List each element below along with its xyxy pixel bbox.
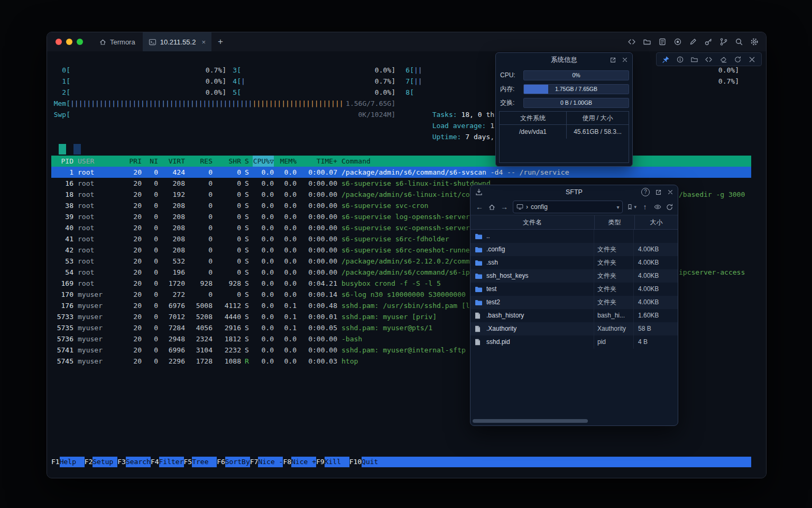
settings-icon[interactable] bbox=[750, 38, 759, 46]
header-user[interactable]: USER bbox=[78, 156, 120, 167]
close-icon[interactable] bbox=[622, 57, 628, 63]
header-time[interactable]: TIME+ bbox=[297, 156, 337, 167]
close-icon[interactable] bbox=[667, 189, 673, 195]
process-command: s6-supervise svc-cron bbox=[342, 200, 428, 211]
meter-percent: 0.7%] bbox=[206, 65, 226, 76]
file-row[interactable]: test 文件夹 4.00KB bbox=[470, 283, 678, 296]
refresh-icon[interactable] bbox=[666, 203, 673, 211]
file-type-icon bbox=[475, 246, 483, 253]
code-icon[interactable] bbox=[628, 38, 636, 46]
back-icon[interactable]: ← bbox=[475, 203, 484, 211]
header-res[interactable]: RES bbox=[186, 156, 213, 167]
new-tab-button[interactable]: + bbox=[211, 37, 229, 47]
file-name-cell: .config bbox=[470, 243, 594, 256]
eraser-icon[interactable] bbox=[719, 56, 727, 64]
column-size[interactable]: 大小 bbox=[635, 215, 678, 229]
function-key[interactable]: F8Nice + bbox=[283, 457, 316, 467]
filesystem-table-header: 文件系统 使用 / 大小 bbox=[500, 112, 629, 125]
process-res: 928 bbox=[186, 278, 213, 289]
htop-view-tab[interactable] bbox=[73, 144, 81, 155]
forward-icon[interactable]: → bbox=[500, 203, 509, 211]
help-icon[interactable]: ? bbox=[641, 188, 650, 196]
close-window-button[interactable] bbox=[56, 39, 62, 45]
minimize-window-button[interactable] bbox=[66, 39, 72, 45]
htop-view-tab[interactable] bbox=[59, 144, 66, 155]
tab-session[interactable]: 10.211.55.2 × bbox=[143, 32, 211, 51]
path-breadcrumb[interactable]: › config ▾ bbox=[513, 201, 623, 213]
process-virt: 272 bbox=[160, 289, 185, 300]
file-row[interactable]: .config 文件夹 4.00KB bbox=[470, 243, 678, 256]
header-virt[interactable]: VIRT bbox=[160, 156, 185, 167]
process-ni: 0 bbox=[143, 300, 158, 311]
horizontal-scrollbar[interactable] bbox=[473, 419, 588, 423]
process-pri: 20 bbox=[121, 344, 142, 356]
home-icon[interactable] bbox=[488, 203, 496, 211]
function-key[interactable]: F3Search bbox=[117, 457, 151, 467]
column-type[interactable]: 类型 bbox=[595, 215, 635, 229]
file-row[interactable]: sshd.pid pid 4 B bbox=[470, 335, 678, 349]
close-tab-icon[interactable]: × bbox=[201, 38, 206, 46]
eye-icon[interactable] bbox=[653, 203, 662, 211]
pin-icon[interactable] bbox=[662, 56, 670, 64]
file-row[interactable]: ssh_host_keys 文件夹 4.00KB bbox=[470, 269, 678, 283]
filesystem-row[interactable]: /dev/vda1 45.61GB / 58.3... bbox=[500, 125, 629, 139]
file-row[interactable]: .bash_history bash_hi... 1.60KB bbox=[470, 309, 678, 322]
file-name-cell: ssh_host_keys bbox=[470, 269, 594, 283]
folder-icon[interactable] bbox=[643, 38, 651, 46]
sftp-titlebar[interactable]: SFTP ? bbox=[470, 185, 678, 199]
log-icon[interactable] bbox=[658, 38, 667, 46]
header-state[interactable]: S bbox=[245, 156, 252, 167]
record-icon[interactable] bbox=[673, 38, 682, 46]
file-row[interactable]: .. bbox=[470, 230, 678, 243]
branch-icon[interactable] bbox=[719, 38, 728, 46]
header-pri[interactable]: PRI bbox=[121, 156, 142, 167]
search-icon[interactable] bbox=[735, 38, 743, 46]
edit-icon[interactable] bbox=[689, 38, 697, 46]
info-icon[interactable] bbox=[676, 56, 684, 64]
process-cpu: 0.0 bbox=[253, 356, 274, 367]
meter-value: 0K/1024M] bbox=[358, 109, 395, 120]
header-mem[interactable]: MEM% bbox=[275, 156, 297, 167]
function-key[interactable]: F9Kill bbox=[316, 457, 349, 467]
header-pid[interactable]: PID bbox=[51, 156, 73, 167]
process-table-header: PID USER PRI NI VIRT RES SHR S CPU%▽ MEM… bbox=[51, 156, 751, 167]
header-ni[interactable]: NI bbox=[143, 156, 158, 167]
key-icon[interactable] bbox=[704, 38, 713, 46]
function-key[interactable]: F4Filter bbox=[151, 457, 184, 467]
process-row[interactable]: 1 root 20 0 424 0 0 S 0.0 0.0 0:00.07 /p… bbox=[51, 167, 751, 178]
close-icon[interactable] bbox=[748, 56, 756, 64]
code-icon[interactable] bbox=[705, 56, 713, 64]
process-state: S bbox=[245, 278, 252, 289]
zoom-window-button[interactable] bbox=[77, 39, 83, 45]
file-row[interactable]: .ssh 文件夹 4.00KB bbox=[470, 256, 678, 269]
refresh-icon[interactable] bbox=[734, 56, 742, 64]
open-in-window-icon[interactable] bbox=[655, 189, 662, 196]
process-pri: 20 bbox=[121, 200, 142, 211]
chevron-down-icon[interactable]: ▾ bbox=[616, 204, 619, 210]
function-key[interactable]: F6SortBy bbox=[217, 457, 250, 467]
file-row[interactable]: .Xauthority Xauthority 58 B bbox=[470, 322, 678, 335]
folder-icon[interactable] bbox=[690, 56, 698, 64]
bookmark-button[interactable]: ▾ bbox=[626, 203, 636, 211]
file-row[interactable]: test2 文件夹 4.00KB bbox=[470, 296, 678, 309]
function-key[interactable]: F10Quit bbox=[349, 457, 386, 467]
process-user: root bbox=[78, 233, 120, 244]
file-icon bbox=[475, 312, 481, 319]
function-key[interactable]: F1Help bbox=[51, 457, 85, 467]
tab-home[interactable]: Termora bbox=[91, 32, 143, 51]
function-key[interactable]: F2Setup bbox=[85, 457, 118, 467]
header-command[interactable]: Command bbox=[342, 156, 371, 167]
function-key[interactable]: F7Nice - bbox=[250, 457, 283, 467]
breadcrumb-segment[interactable]: config bbox=[531, 203, 548, 211]
upload-icon[interactable]: ↑ bbox=[640, 203, 650, 211]
header-cpu-sort[interactable]: CPU%▽ bbox=[253, 156, 274, 167]
header-shr[interactable]: SHR bbox=[214, 156, 241, 167]
process-state: S bbox=[245, 200, 252, 211]
download-icon[interactable] bbox=[475, 188, 483, 196]
function-key[interactable]: F5Tree bbox=[184, 457, 217, 467]
open-in-window-icon[interactable] bbox=[610, 57, 616, 64]
meter-percent: 0.7%] bbox=[375, 76, 395, 87]
process-time: 0:00.00 bbox=[297, 244, 337, 256]
column-filename[interactable]: 文件名 bbox=[470, 215, 595, 229]
system-meter-value: 0 B / 1.00GB bbox=[524, 98, 629, 107]
